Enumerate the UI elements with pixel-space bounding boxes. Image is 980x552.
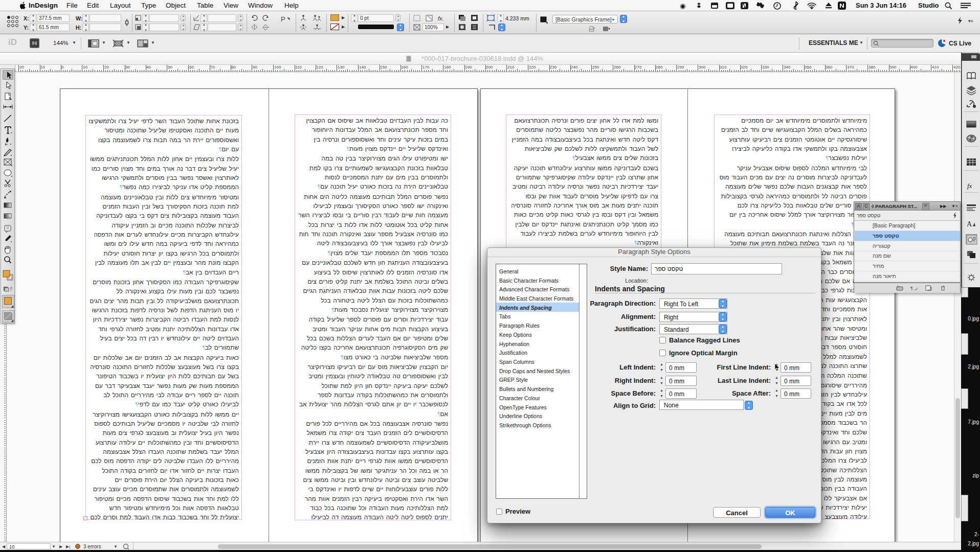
- svg-text:A: A: [967, 220, 972, 228]
- svg-text:¶: ¶: [910, 286, 913, 291]
- svg-text:fx: fx: [967, 182, 972, 190]
